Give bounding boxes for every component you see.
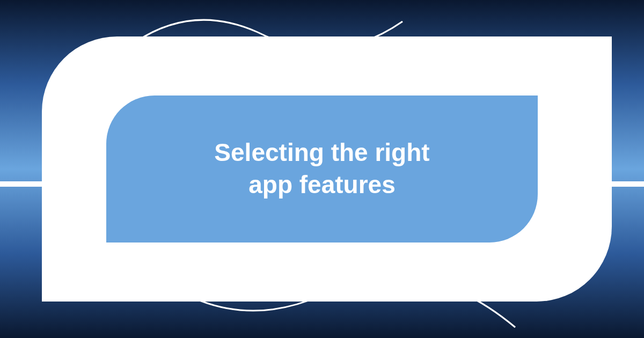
title-line-1: Selecting the right [214, 138, 429, 166]
title-line-2: app features [248, 171, 396, 199]
decorative-line-right [612, 181, 644, 187]
page-title: Selecting the right app features [193, 137, 451, 201]
inner-title-panel: Selecting the right app features [106, 95, 538, 243]
decorative-line-left [0, 181, 43, 187]
